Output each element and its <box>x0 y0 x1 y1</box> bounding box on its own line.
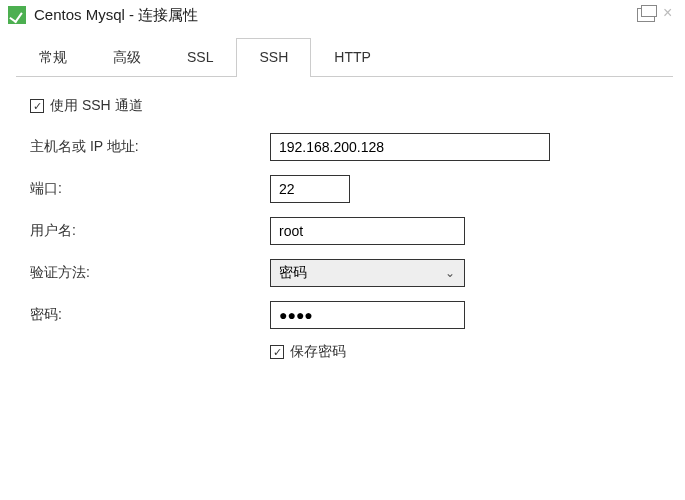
tab-ssh[interactable]: SSH <box>236 38 311 77</box>
use-ssh-tunnel-checkbox[interactable]: ✓ <box>30 99 44 113</box>
tab-advanced[interactable]: 高级 <box>90 38 164 77</box>
host-input[interactable] <box>270 133 550 161</box>
auth-method-select[interactable] <box>270 259 465 287</box>
host-label: 主机名或 IP 地址: <box>30 138 270 156</box>
password-label: 密码: <box>30 306 270 324</box>
image-icon[interactable] <box>637 8 655 22</box>
save-password-label: 保存密码 <box>290 343 346 361</box>
save-password-checkbox[interactable]: ✓ <box>270 345 284 359</box>
close-icon[interactable]: × <box>663 8 677 22</box>
app-icon <box>8 6 26 24</box>
user-input[interactable] <box>270 217 465 245</box>
tab-http[interactable]: HTTP <box>311 38 394 77</box>
user-label: 用户名: <box>30 222 270 240</box>
ssh-form: ✓ 使用 SSH 通道 主机名或 IP 地址: 端口: 用户名: 验证方法: ⌄… <box>0 77 685 381</box>
use-ssh-tunnel-label: 使用 SSH 通道 <box>50 97 143 115</box>
tab-ssl[interactable]: SSL <box>164 38 236 77</box>
password-input[interactable] <box>270 301 465 329</box>
port-input[interactable] <box>270 175 350 203</box>
window-title: Centos Mysql - 连接属性 <box>34 6 198 25</box>
use-ssh-tunnel-row: ✓ 使用 SSH 通道 <box>30 97 655 115</box>
save-password-row: ✓ 保存密码 <box>270 343 655 361</box>
auth-label: 验证方法: <box>30 264 270 282</box>
titlebar: Centos Mysql - 连接属性 × <box>0 0 685 30</box>
tab-bar: 常规 高级 SSL SSH HTTP <box>16 38 673 77</box>
port-label: 端口: <box>30 180 270 198</box>
tab-general[interactable]: 常规 <box>16 38 90 77</box>
